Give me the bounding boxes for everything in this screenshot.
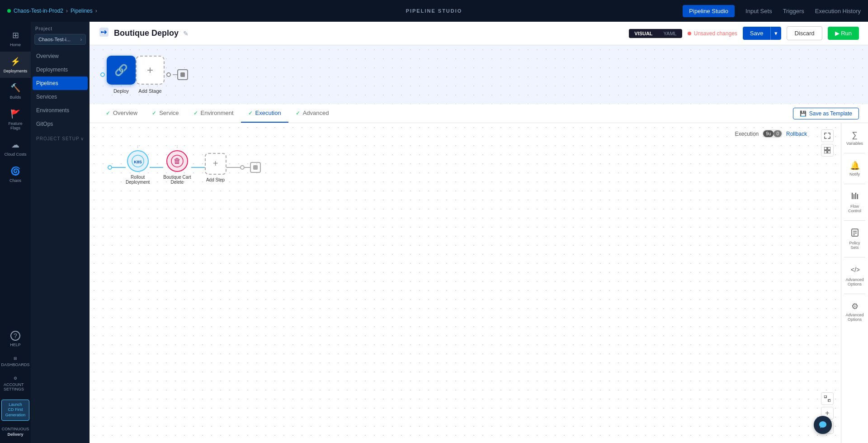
sidebar-item-pipelines[interactable]: Pipelines xyxy=(33,76,88,90)
add-step-button[interactable]: + xyxy=(205,153,226,175)
deploy-stage-label: Deploy xyxy=(113,88,129,94)
tabs-left: ✓ Overview ✓ Service ✓ Environment ✓ Exe… xyxy=(99,104,336,123)
boutique-cart-delete-icon[interactable]: 🗑 xyxy=(166,150,188,172)
execution-label: Execution xyxy=(735,131,759,137)
exec-toggle-off[interactable]: 0 xyxy=(774,130,782,137)
stage-flow: 🔗 Deploy + Add Stage xyxy=(99,56,188,94)
sidebar-item-home[interactable]: ⊞ Home xyxy=(0,25,31,52)
continuous-delivery-label: CONTINUOUS Delivery xyxy=(0,424,33,439)
canvas-view-controls xyxy=(821,129,834,157)
pipeline-icon xyxy=(99,27,109,40)
right-sidebar-advanced-options[interactable]: ⚙ AdvancedOptions xyxy=(841,298,868,325)
chat-bubble-button[interactable] xyxy=(814,416,832,434)
step-connector-4 xyxy=(226,167,240,168)
breadcrumb-sep: › xyxy=(66,8,68,14)
svg-rect-8 xyxy=(824,147,827,150)
step-connector-1 xyxy=(112,167,126,168)
deploy-stage-box[interactable]: 🔗 xyxy=(107,56,136,85)
rollout-deployment-label: RolloutDeployment xyxy=(126,175,150,185)
tab-service[interactable]: ✓ Service xyxy=(145,104,186,123)
right-sidebar-divider-3 xyxy=(844,220,865,221)
sidebar-item-overview[interactable]: Overview xyxy=(31,49,90,63)
pipeline-header-actions: VISUAL YAML Unsaved changes Save ▾ Disca… xyxy=(629,26,859,40)
sidebar-item-help[interactable]: ? HELP xyxy=(0,326,31,352)
nav-input-sets[interactable]: Input Sets xyxy=(745,6,772,16)
yaml-option[interactable]: YAML xyxy=(658,29,682,38)
flow-control-icon xyxy=(850,191,859,203)
svg-rect-15 xyxy=(857,194,858,199)
chevron-down-icon: ∨ xyxy=(80,136,84,141)
check-icon-execution: ✓ xyxy=(248,110,253,116)
boutique-cart-delete-step: ↕ 🗑 Boutique CartDelete xyxy=(163,150,191,185)
fit-screen-button[interactable] xyxy=(821,392,834,405)
step-arrow-1: ↕ xyxy=(137,144,139,149)
sidebar-item-cloud-costs[interactable]: ☁ Cloud Costs xyxy=(0,135,31,161)
launch-cd-button[interactable]: Launch CD First Generation xyxy=(1,400,30,421)
save-as-template-button[interactable]: 💾 Save as Template xyxy=(793,108,859,119)
tab-advanced[interactable]: ✓ Advanced xyxy=(288,104,336,123)
codebase-icon: </> xyxy=(850,265,859,276)
pipeline-title: Boutique Deploy ✎ xyxy=(99,27,189,40)
sidebar-item-deployments-sub[interactable]: Deployments xyxy=(31,63,90,76)
fullscreen-button[interactable] xyxy=(821,129,834,142)
run-button[interactable]: ▶ Run xyxy=(828,27,859,40)
content-area: Boutique Deploy ✎ VISUAL YAML Unsaved ch… xyxy=(90,22,868,443)
exec-toggle-on[interactable]: 9u xyxy=(763,130,774,137)
right-sidebar-variables[interactable]: ∑ Variables xyxy=(841,127,868,149)
variables-label: Variables xyxy=(846,141,863,146)
sidebar-item-feature-flags[interactable]: 🚩 Feature Flags xyxy=(0,104,31,135)
tab-overview-label: Overview xyxy=(113,110,137,116)
sidebar-item-environments[interactable]: Environments xyxy=(31,104,90,117)
breadcrumb-project[interactable]: Chaos-Test-in-Prod2 xyxy=(14,8,63,14)
step-end-dot xyxy=(240,165,245,170)
codebase-label: Advanced Options xyxy=(843,277,866,286)
sidebar-item-dashboards[interactable]: ⊞ DASHBOARDS xyxy=(0,352,31,372)
right-sidebar-policy-sets[interactable]: PolicySets xyxy=(841,224,868,253)
right-sidebar-flow-control[interactable]: FlowControl xyxy=(841,188,868,217)
deploy-stage-node: 🔗 Deploy xyxy=(107,56,136,94)
nav-pipeline-studio[interactable]: Pipeline Studio xyxy=(683,5,735,17)
breadcrumb: Chaos-Test-in-Prod2 › Pipelines › xyxy=(7,8,97,14)
sidebar-item-deployments[interactable]: ⚡ Deployments xyxy=(0,52,31,78)
discard-button[interactable]: Discard xyxy=(787,26,822,40)
builds-icon: 🔨 xyxy=(10,82,21,93)
breadcrumb-section[interactable]: Pipelines xyxy=(71,8,93,14)
project-setup-section[interactable]: PROJECT SETUP ∨ xyxy=(31,131,90,143)
sidebar-item-gitops[interactable]: GitOps xyxy=(31,117,90,131)
sidebar-label-feature-flags: Feature Flags xyxy=(4,121,27,130)
grid-view-button[interactable] xyxy=(821,144,834,157)
sidebar-label-chaos: Chaos xyxy=(9,178,21,183)
nav-triggers[interactable]: Triggers xyxy=(783,6,804,16)
save-dropdown-button[interactable]: ▾ xyxy=(770,27,781,40)
svg-text:K8S: K8S xyxy=(134,160,142,164)
tab-execution[interactable]: ✓ Execution xyxy=(241,104,288,123)
svg-rect-11 xyxy=(828,151,830,153)
nav-execution-history[interactable]: Execution History xyxy=(815,6,861,16)
tab-overview[interactable]: ✓ Overview xyxy=(99,104,145,123)
save-button[interactable]: Save xyxy=(743,27,771,40)
steps-flow: ↕ K8S RolloutDeployment ↕ xyxy=(108,150,261,185)
main-layout: ⊞ Home ⚡ Deployments 🔨 Builds 🚩 Feature … xyxy=(0,22,868,443)
save-template-icon: 💾 xyxy=(800,110,807,117)
unsaved-dot xyxy=(688,32,691,35)
sidebar-item-chaos[interactable]: 🌀 Chaos xyxy=(0,161,31,187)
svg-rect-14 xyxy=(855,193,856,199)
sidebar-label-home: Home xyxy=(10,43,21,47)
right-sidebar-notify[interactable]: 🔔 Notify xyxy=(841,157,868,180)
project-name: Chaos-Test-i... xyxy=(38,37,71,42)
svg-text:🗑: 🗑 xyxy=(174,157,181,165)
tab-environment[interactable]: ✓ Environment xyxy=(186,104,241,123)
add-stage-button[interactable]: + xyxy=(136,56,165,85)
sidebar-item-account-settings[interactable]: ⚙ ACCOUNT SETTINGS xyxy=(0,372,31,396)
delivery-label: Delivery xyxy=(2,432,29,438)
right-sidebar-codebase[interactable]: </> Advanced Options xyxy=(841,261,868,290)
edit-pipeline-icon[interactable]: ✎ xyxy=(183,30,189,37)
svg-rect-10 xyxy=(824,151,827,153)
sidebar-item-builds[interactable]: 🔨 Builds xyxy=(0,78,31,104)
rollout-deployment-icon[interactable]: K8S xyxy=(127,150,149,172)
project-selector[interactable]: Chaos-Test-i... › xyxy=(34,34,86,45)
sidebar-item-services[interactable]: Services xyxy=(31,90,90,104)
svg-rect-13 xyxy=(854,194,854,199)
visual-option[interactable]: VISUAL xyxy=(629,29,658,38)
top-nav: Pipeline Studio Input Sets Triggers Exec… xyxy=(683,5,861,17)
